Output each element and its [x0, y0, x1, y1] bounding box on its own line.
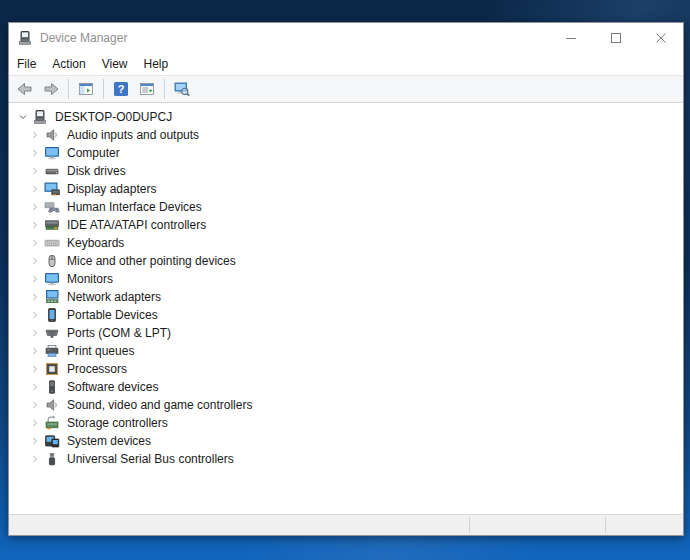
- chevron-right-icon[interactable]: [27, 379, 43, 395]
- show-hide-console-tree-icon: [77, 81, 95, 97]
- chevron-right-icon[interactable]: [27, 163, 43, 179]
- tree-item-ports-com-lpt[interactable]: Ports (COM & LPT): [9, 324, 683, 342]
- ide-controller-icon: [44, 217, 60, 233]
- tree-item-label: Monitors: [67, 272, 113, 286]
- tree-item-label: DESKTOP-O0DUPCJ: [55, 110, 172, 124]
- chevron-right-icon[interactable]: [27, 325, 43, 341]
- toolbar-button-forward[interactable]: [38, 77, 64, 101]
- chevron-right-icon[interactable]: [27, 199, 43, 215]
- minimize-icon: [566, 33, 576, 43]
- software-device-icon: [44, 379, 60, 395]
- chevron-right-icon[interactable]: [27, 127, 43, 143]
- system-device-icon: [44, 433, 60, 449]
- desktop-background: Device Manager FileActionViewHelp ? DESK…: [0, 0, 690, 560]
- window-title: Device Manager: [40, 31, 127, 45]
- toolbar-button-help[interactable]: ?: [108, 77, 134, 101]
- chevron-right-icon[interactable]: [27, 343, 43, 359]
- chevron-right-icon[interactable]: [27, 235, 43, 251]
- tree-item-label: Ports (COM & LPT): [67, 326, 171, 340]
- chevron-right-icon[interactable]: [27, 433, 43, 449]
- tree-item-label: Print queues: [67, 344, 134, 358]
- printer-icon: [44, 343, 60, 359]
- tree-item-computer[interactable]: Computer: [9, 144, 683, 162]
- device-manager-app-icon: [17, 30, 33, 46]
- network-adapter-icon: [44, 289, 60, 305]
- toolbar-separator: [68, 79, 69, 99]
- status-bar-separator: [605, 517, 606, 533]
- toolbar-button-back[interactable]: [12, 77, 38, 101]
- tree-item-system-devices[interactable]: System devices: [9, 432, 683, 450]
- tree-item-print-queues[interactable]: Print queues: [9, 342, 683, 360]
- tree-item-label: Keyboards: [67, 236, 124, 250]
- tree-item-sound-video-and-game-controllers[interactable]: Sound, video and game controllers: [9, 396, 683, 414]
- chevron-right-icon[interactable]: [27, 271, 43, 287]
- monitor-icon: [44, 145, 60, 161]
- chevron-right-icon[interactable]: [27, 145, 43, 161]
- menu-item-view[interactable]: View: [94, 54, 136, 75]
- toolbar-button-properties[interactable]: [134, 77, 160, 101]
- display-adapter-icon: [44, 181, 60, 197]
- chevron-right-icon[interactable]: [27, 253, 43, 269]
- chevron-right-icon[interactable]: [27, 217, 43, 233]
- chevron-right-icon[interactable]: [27, 451, 43, 467]
- tree-item-monitors[interactable]: Monitors: [9, 270, 683, 288]
- chevron-right-icon[interactable]: [27, 307, 43, 323]
- toolbar-button-scan-hardware-changes[interactable]: [169, 77, 195, 101]
- tree-item-keyboards[interactable]: Keyboards: [9, 234, 683, 252]
- minimize-button[interactable]: [548, 23, 593, 53]
- tree-item-human-interface-devices[interactable]: Human Interface Devices: [9, 198, 683, 216]
- status-bar-separator: [469, 517, 470, 533]
- mouse-icon: [44, 253, 60, 269]
- chevron-right-icon[interactable]: [27, 361, 43, 377]
- tree-item-label: System devices: [67, 434, 151, 448]
- chevron-right-icon[interactable]: [27, 181, 43, 197]
- tree-item-label: Disk drives: [67, 164, 126, 178]
- tree-item-processors[interactable]: Processors: [9, 360, 683, 378]
- tree-item-display-adapters[interactable]: Display adapters: [9, 180, 683, 198]
- menu-item-action[interactable]: Action: [44, 54, 93, 75]
- close-button[interactable]: [638, 23, 683, 53]
- svg-text:?: ?: [118, 83, 125, 95]
- status-bar: [9, 514, 683, 535]
- tree-item-network-adapters[interactable]: Network adapters: [9, 288, 683, 306]
- maximize-button[interactable]: [593, 23, 638, 53]
- menu-bar: FileActionViewHelp: [9, 53, 683, 75]
- chevron-right-icon[interactable]: [27, 289, 43, 305]
- chevron-right-icon[interactable]: [27, 415, 43, 431]
- chevron-down-icon[interactable]: [15, 109, 31, 125]
- tree-item-mice-and-other-pointing-devices[interactable]: Mice and other pointing devices: [9, 252, 683, 270]
- back-icon: [16, 81, 34, 97]
- tree-item-portable-devices[interactable]: Portable Devices: [9, 306, 683, 324]
- title-bar[interactable]: Device Manager: [9, 23, 683, 53]
- tree-item-label: Processors: [67, 362, 127, 376]
- tree-item-label: Mice and other pointing devices: [67, 254, 236, 268]
- keyboard-icon: [44, 235, 60, 251]
- usb-icon: [44, 451, 60, 467]
- tree-root-desktop-o0dupcj[interactable]: DESKTOP-O0DUPCJ: [9, 108, 683, 126]
- menu-item-file[interactable]: File: [9, 54, 44, 75]
- device-tree[interactable]: DESKTOP-O0DUPCJAudio inputs and outputsC…: [9, 103, 683, 514]
- maximize-icon: [611, 33, 621, 43]
- tree-item-disk-drives[interactable]: Disk drives: [9, 162, 683, 180]
- tree-item-universal-serial-bus-controllers[interactable]: Universal Serial Bus controllers: [9, 450, 683, 468]
- tree-item-ide-ata-atapi-controllers[interactable]: IDE ATA/ATAPI controllers: [9, 216, 683, 234]
- tree-item-software-devices[interactable]: Software devices: [9, 378, 683, 396]
- tree-item-label: Universal Serial Bus controllers: [67, 452, 234, 466]
- disk-drive-icon: [44, 163, 60, 179]
- toolbar: ?: [9, 75, 683, 103]
- speaker-icon: [44, 397, 60, 413]
- monitor-icon: [44, 271, 60, 287]
- computer-device-icon: [32, 109, 48, 125]
- tree-item-audio-inputs-and-outputs[interactable]: Audio inputs and outputs: [9, 126, 683, 144]
- tree-item-label: Audio inputs and outputs: [67, 128, 199, 142]
- speaker-icon: [44, 127, 60, 143]
- menu-item-help[interactable]: Help: [136, 54, 177, 75]
- toolbar-button-show-hide-console-tree[interactable]: [73, 77, 99, 101]
- chevron-right-icon[interactable]: [27, 397, 43, 413]
- tree-item-label: Computer: [67, 146, 120, 160]
- tree-item-label: Human Interface Devices: [67, 200, 202, 214]
- tree-item-label: Sound, video and game controllers: [67, 398, 252, 412]
- scan-hardware-changes-icon: [173, 81, 191, 97]
- tree-item-storage-controllers[interactable]: Storage controllers: [9, 414, 683, 432]
- properties-icon: [138, 81, 156, 97]
